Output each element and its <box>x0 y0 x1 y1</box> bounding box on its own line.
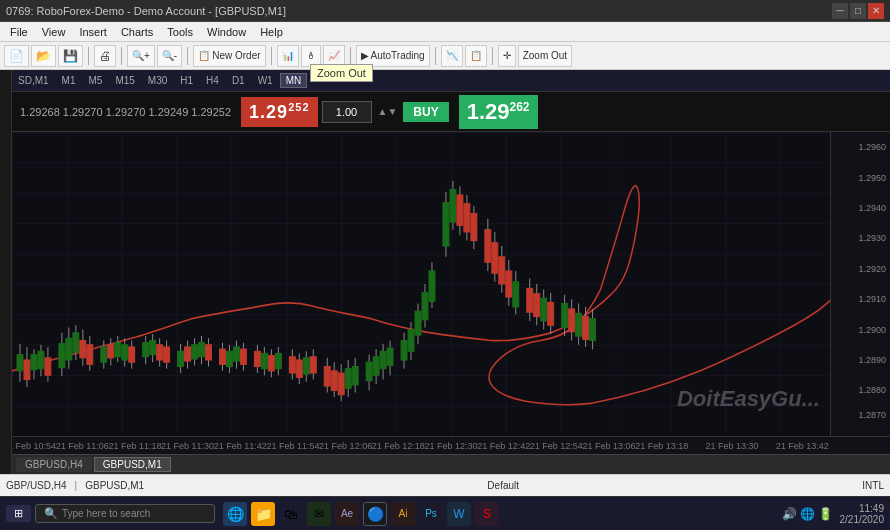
taskbar-chrome[interactable]: 🔵 <box>363 502 387 526</box>
chart-row: DoitEasyGu... 1.2960 1.2950 1.2940 1.293… <box>12 132 890 436</box>
toolbar-crosshair[interactable]: ✛ <box>498 45 516 67</box>
maximize-button[interactable]: □ <box>850 3 866 19</box>
time-label-14: 21 Feb 13:30 <box>705 441 758 451</box>
buy-price[interactable]: 1.29262 <box>459 95 538 129</box>
tf-h4[interactable]: H4 <box>200 73 225 88</box>
minimize-button[interactable]: ─ <box>832 3 848 19</box>
toolbar-zoom-out[interactable]: 🔍- <box>157 45 182 67</box>
svg-rect-20 <box>73 333 79 353</box>
toolbar-templates[interactable]: 📋 <box>465 45 487 67</box>
time-label-4: 21 Feb 11:30 <box>161 441 214 451</box>
arrow-icons: ▲▼ <box>378 106 398 117</box>
taskbar-power[interactable]: S <box>475 502 499 526</box>
svg-rect-60 <box>240 349 246 364</box>
tf-m30[interactable]: M30 <box>142 73 173 88</box>
svg-rect-124 <box>513 282 519 307</box>
svg-rect-36 <box>143 343 149 357</box>
taskbar-word[interactable]: W <box>447 502 471 526</box>
content-area: SD,M1 M1 M5 M15 M30 H1 H4 D1 W1 MN 1.292… <box>0 70 890 474</box>
search-icon: 🔍 <box>44 507 58 520</box>
svg-rect-102 <box>422 293 428 320</box>
tab-gbpusd-m1[interactable]: GBPUSD,M1 <box>94 457 171 472</box>
store-icon: 🛍 <box>284 506 298 522</box>
menu-charts[interactable]: Charts <box>115 25 159 39</box>
toolbar-zoom-out2[interactable]: Zoom Out <box>518 45 572 67</box>
svg-rect-134 <box>562 304 568 328</box>
taskbar-ae[interactable]: Ae <box>335 502 359 526</box>
svg-rect-70 <box>289 357 295 373</box>
print-icon: 🖨 <box>99 49 111 63</box>
tf-m1[interactable]: M1 <box>56 73 82 88</box>
menu-insert[interactable]: Insert <box>73 25 113 39</box>
windows-icon: ⊞ <box>14 507 23 520</box>
svg-rect-34 <box>129 347 135 362</box>
taskbar-ps[interactable]: Ps <box>419 502 443 526</box>
chart-container: SD,M1 M1 M5 M15 M30 H1 H4 D1 W1 MN 1.292… <box>12 70 890 474</box>
svg-rect-98 <box>408 330 414 352</box>
menu-file[interactable]: File <box>4 25 34 39</box>
svg-rect-10 <box>31 355 37 370</box>
order-controls: 1.29252 ▲▼ BUY <box>241 97 449 127</box>
taskbar-edge[interactable]: 🌐 <box>223 502 247 526</box>
start-button[interactable]: ⊞ <box>6 505 31 522</box>
order-qty-input[interactable] <box>322 101 372 123</box>
status-symbol-m1: GBPUSD,M1 <box>85 480 144 491</box>
toolbar: 📄 📂 💾 🖨 🔍+ 🔍- 📋 New Order 📊 🕯 📈 ▶ AutoTr… <box>0 42 890 70</box>
taskbar-folder[interactable]: 📁 <box>251 502 275 526</box>
tab-gbpusd-h4[interactable]: GBPUSD,H4 <box>16 457 92 472</box>
taskbar-store[interactable]: 🛍 <box>279 502 303 526</box>
toolbar-print[interactable]: 🖨 <box>94 45 116 67</box>
toolbar-sep5 <box>350 47 351 65</box>
toolbar-zoom-in[interactable]: 🔍+ <box>127 45 155 67</box>
close-button[interactable]: ✕ <box>868 3 884 19</box>
svg-rect-46 <box>185 347 191 361</box>
tf-m15[interactable]: M15 <box>109 73 140 88</box>
svg-rect-86 <box>352 367 358 385</box>
tf-h1[interactable]: H1 <box>174 73 199 88</box>
time-label-2: 21 Feb 11:06 <box>56 441 109 451</box>
sell-price[interactable]: 1.29252 <box>241 97 317 127</box>
svg-rect-56 <box>226 351 232 366</box>
timeframe-bar: SD,M1 M1 M5 M15 M30 H1 H4 D1 W1 MN <box>12 70 890 92</box>
svg-rect-76 <box>310 357 316 373</box>
toolbar-chart-bar[interactable]: 📊 <box>277 45 299 67</box>
toolbar-open[interactable]: 📂 <box>31 45 56 67</box>
svg-rect-78 <box>324 367 330 387</box>
buy-button[interactable]: BUY <box>403 102 448 122</box>
svg-rect-130 <box>541 298 547 321</box>
time-label-9: 21 Feb 12:30 <box>424 441 477 451</box>
toolbar-sep2 <box>121 47 122 65</box>
svg-rect-18 <box>66 338 72 360</box>
taskbar-tray: 🔊 🌐 🔋 11:49 2/21/2020 <box>782 503 884 525</box>
time-label-10: 21 Feb 12:42 <box>477 441 530 451</box>
statusbar: GBP/USD,H4 | GBPUSD,M1 Default INTL <box>0 474 890 496</box>
tf-w1[interactable]: W1 <box>252 73 279 88</box>
new-order-button[interactable]: 📋 New Order <box>193 45 265 67</box>
search-bar[interactable]: 🔍 Type here to search <box>35 504 215 523</box>
toolbar-save[interactable]: 💾 <box>58 45 83 67</box>
tf-m5[interactable]: M5 <box>82 73 108 88</box>
chart-area[interactable]: DoitEasyGu... <box>12 132 830 436</box>
menu-help[interactable]: Help <box>254 25 289 39</box>
price-tick-1: 1.2960 <box>858 142 886 152</box>
status-center: Default <box>154 480 852 491</box>
mail-icon: ✉ <box>314 507 324 521</box>
svg-rect-38 <box>150 340 156 354</box>
menu-tools[interactable]: Tools <box>161 25 199 39</box>
menu-window[interactable]: Window <box>201 25 252 39</box>
svg-rect-40 <box>157 345 163 360</box>
tf-d1[interactable]: D1 <box>226 73 251 88</box>
svg-rect-108 <box>450 190 456 223</box>
svg-rect-110 <box>457 195 463 225</box>
tf-mn[interactable]: MN <box>280 73 308 88</box>
menu-view[interactable]: View <box>36 25 72 39</box>
svg-rect-62 <box>254 351 260 366</box>
taskbar-mail[interactable]: ✉ <box>307 502 331 526</box>
ps-icon: Ps <box>425 508 437 519</box>
status-symbol-h4: GBP/USD,H4 <box>6 480 67 491</box>
taskbar-ai[interactable]: Ai <box>391 502 415 526</box>
toolbar-indicators[interactable]: 📉 <box>441 45 463 67</box>
time-label-7: 21 Feb 12:06 <box>319 441 372 451</box>
svg-rect-96 <box>401 340 407 360</box>
toolbar-new[interactable]: 📄 <box>4 45 29 67</box>
